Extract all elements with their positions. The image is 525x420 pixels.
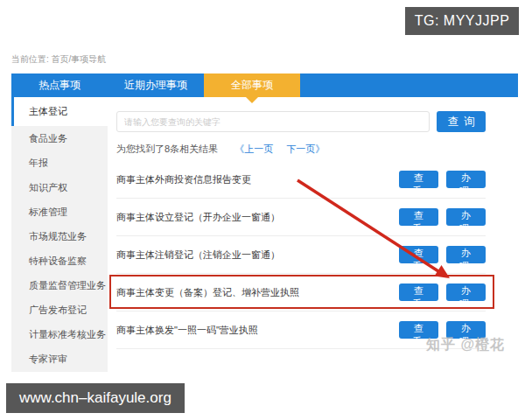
list-item: 商事主体设立登记（开办企业一窗通） 查看 办理 [116,199,486,236]
results-summary: 为您找到了8条相关结果 [116,144,218,154]
view-button[interactable]: 查看 [399,284,438,301]
sidebar-item-metrology-assessment[interactable]: 计量标准考核业务 [11,322,108,346]
list-item-title: 商事主体变更（备案）登记、增补营业执照 [116,286,299,299]
list-item-title: 商事主体换发"一照一码"营业执照 [116,324,258,337]
result-list: 商事主体外商投资信息报告变更 查看 办理 商事主体设立登记（开办企业一窗通） 查… [116,161,486,349]
page: TG: MYYJJPP 当前位置: 首页/事项导航 热点事项 近期办理事项 全部… [0,0,525,420]
list-item: 商事主体注销登记（注销企业一窗通） 查看 办理 [116,236,486,274]
tab-recent-items[interactable]: 近期办理事项 [108,74,204,97]
sidebar-item-ad-registration[interactable]: 广告发布登记 [11,298,108,322]
sidebar-item-special-equipment[interactable]: 特种设备监察 [11,248,108,273]
list-item-highlighted: 商事主体变更（备案）登记、增补营业执照 查看 办理 [116,274,486,312]
watermark: 知乎 @橙花 [426,336,505,354]
url-badge: www.chn–kaifayule.org [6,383,185,413]
list-item-actions: 查看 办理 [399,284,486,301]
sidebar-item-quality-supervision[interactable]: 质量监督管理业务 [11,273,108,298]
list-item-actions: 查看 办理 [399,208,486,226]
prev-page-link[interactable]: 《上一页 [234,144,273,154]
sidebar-item-subject-registration[interactable]: 主体登记 [11,97,108,126]
breadcrumb: 当前位置: 首页/事项导航 [11,53,106,66]
search-input[interactable] [116,111,430,132]
tab-bar-filler [300,74,518,97]
next-page-link[interactable]: 下一页》 [286,144,325,154]
handle-button[interactable]: 办理 [446,208,486,226]
sidebar-item-food-business[interactable]: 食品业务 [11,126,108,150]
handle-button[interactable]: 办理 [446,246,486,263]
sidebar: 主体登记 食品业务 年报 知识产权 标准管理 市场规范业务 特种设备监察 质量监… [11,97,108,372]
sidebar-item-market-regulation[interactable]: 市场规范业务 [11,224,108,248]
view-button[interactable]: 查看 [399,208,438,226]
handle-button[interactable]: 办理 [446,171,486,188]
list-item: 商事主体外商投资信息报告变更 查看 办理 [116,161,486,199]
query-button[interactable]: 查询 [437,111,486,132]
list-item-title: 商事主体设立登记（开办企业一窗通） [116,211,280,224]
list-item-title: 商事主体注销登记（注销企业一窗通） [116,248,280,262]
tab-hot-items[interactable]: 热点事项 [11,74,108,97]
sidebar-item-expert-review[interactable]: 专家评审 [11,346,108,371]
view-button[interactable]: 查看 [399,246,438,263]
handle-button[interactable]: 办理 [446,284,486,301]
view-button[interactable]: 查看 [399,171,438,188]
list-item-actions: 查看 办理 [399,246,486,263]
sidebar-item-annual-report[interactable]: 年报 [11,150,108,175]
sidebar-item-standard-management[interactable]: 标准管理 [11,200,108,224]
tab-all-items[interactable]: 全部事项 [204,74,300,97]
list-item-actions: 查看 办理 [399,171,486,188]
sidebar-item-intellectual-property[interactable]: 知识产权 [11,175,108,200]
search-row: 查询 [116,111,486,132]
tab-bar: 热点事项 近期办理事项 全部事项 [11,74,518,97]
main-content: 查询 为您找到了8条相关结果 《上一页 下一页》 商事主体外商投资信息报告变更 … [116,111,486,349]
list-item-title: 商事主体外商投资信息报告变更 [116,173,251,186]
results-line: 为您找到了8条相关结果 《上一页 下一页》 [116,143,486,156]
tg-badge: TG: MYYJJPP [405,7,519,35]
